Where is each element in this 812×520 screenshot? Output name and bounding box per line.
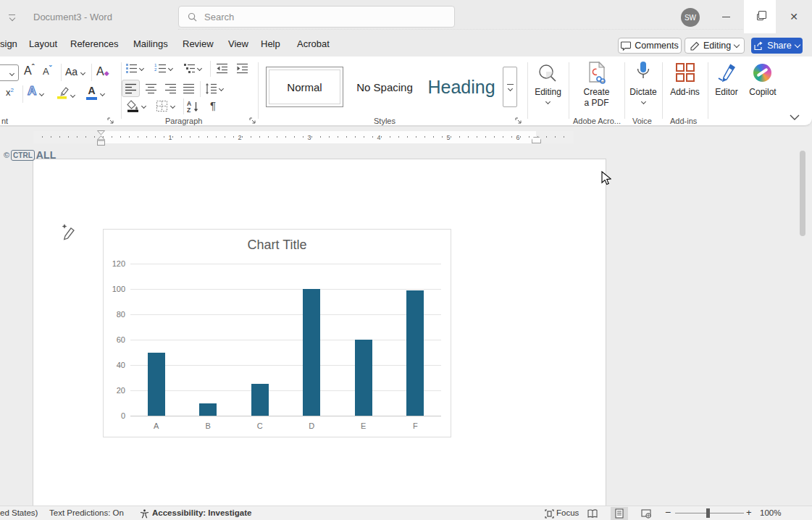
chart-gridline xyxy=(130,390,441,391)
create-pdf-label-line1[interactable]: Create xyxy=(569,87,624,97)
addins-button-label[interactable]: Add-ins xyxy=(662,87,708,97)
web-layout-icon xyxy=(641,509,651,519)
chart-x-axis-label: A xyxy=(154,422,159,430)
ribbon: Aˆ Aˇ Aa A◆ x2 A A nt 12 xyxy=(0,56,812,126)
create-pdf-label-line2[interactable]: a PDF xyxy=(569,98,624,108)
chart-y-axis-label: 60 xyxy=(106,335,125,344)
editing-chevron[interactable] xyxy=(545,99,551,104)
ruler-tick xyxy=(259,136,260,138)
ruler-strip: 123456 xyxy=(0,127,812,146)
ctrl-key-badge: CTRL xyxy=(11,150,35,161)
tab-help[interactable]: Help xyxy=(261,38,280,49)
ruler-tick xyxy=(155,136,156,138)
ruler-tick xyxy=(207,136,208,138)
copilot-margin-icon[interactable] xyxy=(59,223,77,242)
tab-references[interactable]: References xyxy=(70,38,118,49)
close-icon: ✕ xyxy=(790,12,798,22)
bar-chart[interactable]: Chart Title 020406080100120ABCDEF xyxy=(103,229,451,437)
create-pdf-icon[interactable] xyxy=(587,62,607,85)
document-page[interactable]: Chart Title 020406080100120ABCDEF xyxy=(33,159,606,506)
editor-icon[interactable] xyxy=(717,63,737,83)
ruler-tick xyxy=(381,136,382,138)
search-placeholder: Search xyxy=(204,12,234,22)
ruler-tick xyxy=(416,136,417,138)
dictate-label[interactable]: Dictate xyxy=(624,87,662,97)
copilot-label[interactable]: Copilot xyxy=(745,87,780,97)
overlay-text: ALL xyxy=(36,149,56,161)
ruler-tick xyxy=(138,136,138,138)
style-heading[interactable]: Heading xyxy=(423,67,500,107)
text-predictions-status[interactable]: Text Predictions: On xyxy=(49,508,124,517)
restore-button[interactable] xyxy=(744,0,776,33)
ruler-tick xyxy=(390,136,390,138)
focus-icon xyxy=(545,509,554,519)
copyright-symbol: © xyxy=(4,151,9,159)
ruler-tick xyxy=(251,136,251,138)
ruler-tick xyxy=(42,136,43,138)
ruler-tick xyxy=(424,136,425,138)
horizontal-ruler[interactable]: 123456 xyxy=(33,131,574,143)
ribbon-group-editor-copilot: Editor Copilot xyxy=(708,56,789,126)
copilot-icon[interactable] xyxy=(753,64,771,82)
ruler-tick xyxy=(77,136,78,138)
chart-x-axis-label: E xyxy=(361,422,366,430)
zoom-slider-thumb[interactable] xyxy=(706,508,710,518)
minimize-button[interactable] xyxy=(710,0,742,33)
accessibility-status[interactable]: Accessibility: Investigate xyxy=(152,508,251,517)
focus-label[interactable]: Focus xyxy=(556,508,579,517)
ruler-tick xyxy=(68,136,69,138)
style-no-spacing[interactable]: No Spacing xyxy=(345,67,424,107)
editing-label: Editing xyxy=(703,41,731,51)
tab-acrobat[interactable]: Acrobat xyxy=(297,38,330,49)
search-input[interactable]: Search xyxy=(178,6,455,28)
add-ins-icon[interactable] xyxy=(675,62,695,83)
right-indent-marker[interactable] xyxy=(532,137,541,143)
editing-group-button-label[interactable]: Editing xyxy=(527,87,569,97)
tab-view[interactable]: View xyxy=(228,38,248,49)
quick-access-toolbar-chevron-icon[interactable] xyxy=(7,12,17,21)
zoom-in-button[interactable]: + xyxy=(746,507,752,518)
tab-design-partial[interactable]: sign xyxy=(0,38,17,49)
styles-dialog-launcher[interactable] xyxy=(515,117,523,125)
read-mode-icon xyxy=(587,509,598,518)
ruler-number: 2 xyxy=(238,134,241,141)
ruler-tick xyxy=(216,136,217,138)
ruler-tick xyxy=(94,136,95,138)
dictate-microphone-icon[interactable] xyxy=(635,61,652,84)
ruler-number: 3 xyxy=(307,134,311,141)
web-layout-button[interactable] xyxy=(637,507,655,520)
language-status[interactable]: ed States) xyxy=(0,508,38,517)
comments-button[interactable]: Comments xyxy=(618,38,682,54)
styles-gallery-expand[interactable] xyxy=(503,67,517,107)
tab-layout[interactable]: Layout xyxy=(29,38,57,49)
search-icon xyxy=(188,12,197,22)
ruler-tick xyxy=(338,136,338,138)
document-area: Chart Title 020406080100120ABCDEF © CTRL… xyxy=(0,146,812,506)
ruler-tick xyxy=(503,136,503,138)
print-layout-button[interactable] xyxy=(611,507,628,520)
ruler-tick xyxy=(459,136,460,138)
ruler-tick xyxy=(198,136,199,138)
tab-mailings[interactable]: Mailings xyxy=(133,38,168,49)
indent-markers[interactable] xyxy=(96,130,106,146)
chart-y-axis-label: 20 xyxy=(106,386,125,395)
avatar[interactable]: SW xyxy=(681,8,700,27)
style-normal[interactable]: Normal xyxy=(266,67,343,107)
zoom-out-button[interactable]: − xyxy=(665,506,671,518)
ruler-tick xyxy=(364,136,364,138)
editing-find-icon[interactable] xyxy=(537,63,558,83)
share-button[interactable]: Share xyxy=(751,38,803,54)
read-mode-button[interactable] xyxy=(584,507,601,520)
dictate-chevron[interactable] xyxy=(641,99,646,104)
tab-review[interactable]: Review xyxy=(183,38,214,49)
vertical-scrollbar-thumb[interactable] xyxy=(800,151,805,236)
ruler-tick xyxy=(242,136,243,138)
editing-mode-button[interactable]: Editing xyxy=(685,38,745,54)
close-button[interactable]: ✕ xyxy=(778,0,810,33)
collapse-ribbon-chevron[interactable] xyxy=(790,114,800,121)
chart-gridline xyxy=(130,416,441,416)
zoom-level[interactable]: 100% xyxy=(760,508,781,517)
ruler-tick xyxy=(520,136,521,138)
ruler-tick xyxy=(468,136,469,138)
editor-label[interactable]: Editor xyxy=(708,87,745,97)
